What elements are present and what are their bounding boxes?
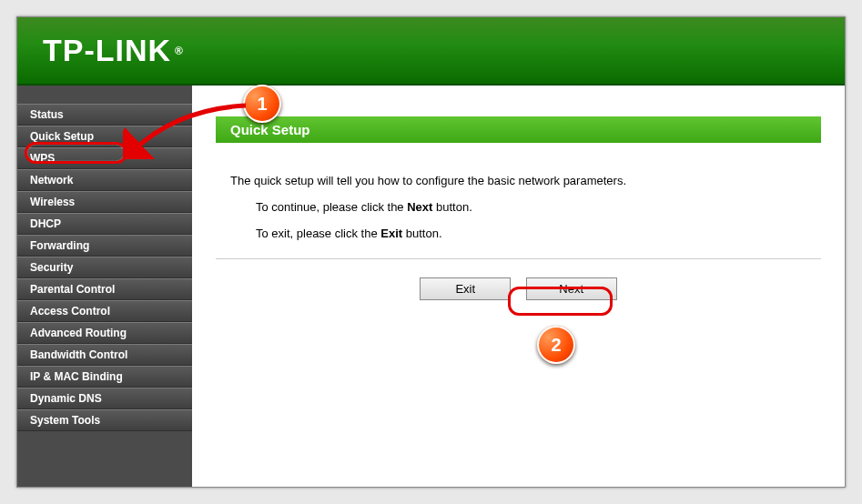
text-bold: Exit [380, 227, 402, 240]
nav-item-access-control[interactable]: Access Control [17, 300, 192, 322]
text-fragment: button. [432, 200, 472, 214]
nav-label: Network [30, 174, 73, 186]
text-fragment: To continue, please click the [256, 200, 407, 214]
text-bold: Next [407, 200, 432, 214]
nav-label: Parental Control [30, 283, 115, 296]
nav-label: Dynamic DNS [30, 392, 102, 405]
nav-label: Bandwidth Control [30, 348, 127, 361]
nav-label: DHCP [30, 217, 61, 230]
nav-label: Security [30, 261, 73, 274]
nav-label: Forwarding [30, 239, 89, 252]
content-pane: Quick Setup The quick setup will tell yo… [192, 86, 845, 487]
nav-label: Advanced Routing [30, 327, 127, 339]
button-row: Exit Next [216, 277, 821, 300]
nav-item-bandwidth-control[interactable]: Bandwidth Control [17, 344, 192, 366]
text-fragment: button. [402, 227, 441, 240]
nav-item-network[interactable]: Network [17, 169, 192, 191]
registered-icon: ® [175, 45, 184, 57]
brand-logo: TP-LINK® [43, 33, 184, 68]
text-fragment: To exit, please click the [256, 227, 380, 240]
nav-item-quick-setup[interactable]: Quick Setup [17, 126, 192, 147]
instruction-exit: To exit, please click the Exit button. [256, 227, 821, 240]
body-layout: Status Quick Setup WPS Network Wireless … [17, 86, 845, 487]
separator-line [216, 258, 821, 259]
nav-label: Status [30, 108, 64, 121]
intro-text: The quick setup will tell you how to con… [230, 174, 821, 187]
exit-button[interactable]: Exit [420, 277, 511, 300]
nav-label: Access Control [30, 305, 110, 318]
nav-item-wps[interactable]: WPS [17, 147, 192, 169]
next-button[interactable]: Next [526, 277, 617, 300]
nav-item-parental-control[interactable]: Parental Control [17, 278, 192, 300]
nav-label: Wireless [30, 196, 75, 208]
nav-label: Quick Setup [30, 130, 94, 143]
app-window: TP-LINK® Status Quick Setup WPS Network … [16, 16, 846, 488]
nav-item-security[interactable]: Security [17, 257, 192, 278]
nav-label: WPS [30, 152, 55, 165]
sidebar-nav: Status Quick Setup WPS Network Wireless … [17, 86, 192, 487]
nav-item-advanced-routing[interactable]: Advanced Routing [17, 322, 192, 344]
nav-item-system-tools[interactable]: System Tools [17, 409, 192, 431]
nav-item-dhcp[interactable]: DHCP [17, 213, 192, 235]
nav-label: System Tools [30, 414, 100, 427]
header-bar: TP-LINK® [17, 17, 845, 86]
nav-label: IP & MAC Binding [30, 370, 123, 383]
nav-item-wireless[interactable]: Wireless [17, 191, 192, 213]
instruction-continue: To continue, please click the Next butto… [256, 200, 821, 214]
nav-item-forwarding[interactable]: Forwarding [17, 235, 192, 257]
nav-item-status[interactable]: Status [17, 104, 192, 126]
nav-item-dynamic-dns[interactable]: Dynamic DNS [17, 388, 192, 409]
page-title: Quick Setup [216, 116, 821, 143]
nav-item-ip-mac-binding[interactable]: IP & MAC Binding [17, 366, 192, 388]
brand-text: TP-LINK [43, 33, 171, 68]
